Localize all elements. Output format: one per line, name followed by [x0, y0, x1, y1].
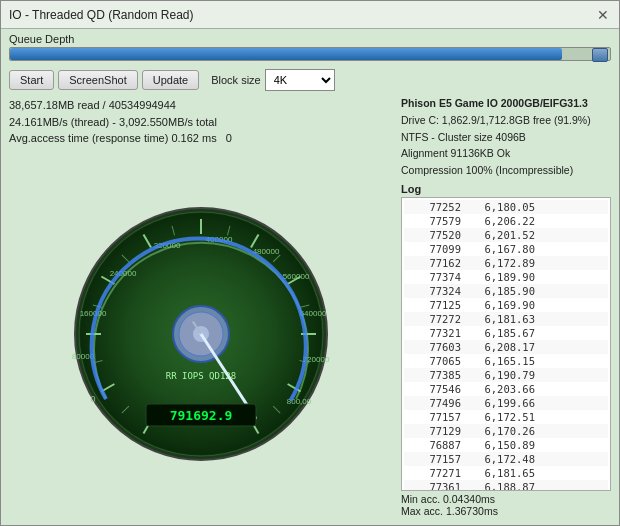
title-bar: IO - Threaded QD (Random Read) ✕ — [1, 1, 619, 29]
svg-text:791692.9: 791692.9 — [170, 408, 233, 423]
block-size-select[interactable]: 4K 512B 1K 2K 8K 16K 32K 64K 128K 256K 5… — [265, 69, 335, 91]
log-footer: Min acc. 0.04340ms Max acc. 1.36730ms — [401, 491, 611, 517]
gauge-wrapper: 0 80000 160000 240000 320000 400000 4800… — [71, 204, 331, 464]
svg-text:560000: 560000 — [283, 272, 310, 281]
log-row: 772716,181.65 — [404, 466, 608, 480]
queue-depth-section: Queue Depth — [1, 29, 619, 65]
svg-text:0: 0 — [90, 394, 95, 404]
log-row: 772526,180.05 — [404, 200, 608, 214]
start-button[interactable]: Start — [9, 70, 54, 90]
log-row: 771576,172.51 — [404, 410, 608, 424]
min-acc: Min acc. 0.04340ms — [401, 493, 611, 505]
log-row: 773246,185.90 — [404, 284, 608, 298]
log-row: 770996,167.80 — [404, 242, 608, 256]
drive-info: Phison E5 Game IO 2000GB/EIFG31.3 Drive … — [401, 95, 611, 179]
slider-fill — [10, 48, 562, 60]
log-row: 774966,199.66 — [404, 396, 608, 410]
update-button[interactable]: Update — [142, 70, 199, 90]
close-button[interactable]: ✕ — [595, 7, 611, 23]
right-panel: Phison E5 Game IO 2000GB/EIFG31.3 Drive … — [401, 95, 611, 517]
log-row: 771576,172.48 — [404, 452, 608, 466]
stat-line1: 38,657.18MB read / 40534994944 — [9, 97, 393, 114]
window-title: IO - Threaded QD (Random Read) — [9, 8, 194, 22]
svg-text:RR IOPS QD128: RR IOPS QD128 — [166, 371, 236, 381]
slider-thumb — [592, 48, 608, 62]
svg-text:160000: 160000 — [80, 309, 107, 318]
log-row: 775796,206.22 — [404, 214, 608, 228]
toolbar: Start ScreenShot Update Block size 4K 51… — [1, 65, 619, 95]
queue-depth-label: Queue Depth — [9, 33, 611, 45]
drive-line4: Compression 100% (Incompressible) — [401, 162, 611, 179]
stat-line3: Avg.access time (response time) 0.162 ms… — [9, 130, 393, 147]
log-row: 775206,201.52 — [404, 228, 608, 242]
main-content: 38,657.18MB read / 40534994944 24.161MB/… — [1, 95, 619, 525]
log-label: Log — [401, 183, 611, 195]
log-row: 775466,203.66 — [404, 382, 608, 396]
queue-depth-slider[interactable] — [9, 47, 611, 61]
log-row: 771296,170.26 — [404, 424, 608, 438]
log-row: 770656,165.15 — [404, 354, 608, 368]
drive-line3: Alignment 91136KB Ok — [401, 145, 611, 162]
stat-line2: 24.161MB/s (thread) - 3,092.550MB/s tota… — [9, 114, 393, 131]
left-panel: 38,657.18MB read / 40534994944 24.161MB/… — [9, 95, 393, 517]
main-window: IO - Threaded QD (Random Read) ✕ Queue D… — [0, 0, 620, 526]
drive-line1: Drive C: 1,862.9/1,712.8GB free (91.9%) — [401, 112, 611, 129]
log-row: 772726,181.63 — [404, 312, 608, 326]
gauge-container: 0 80000 160000 240000 320000 400000 4800… — [9, 151, 393, 518]
drive-title: Phison E5 Game IO 2000GB/EIFG31.3 — [401, 95, 611, 112]
log-row: 773856,190.79 — [404, 368, 608, 382]
max-acc: Max acc. 1.36730ms — [401, 505, 611, 517]
block-size-label: Block size — [211, 74, 261, 86]
drive-line2: NTFS - Cluster size 4096B — [401, 129, 611, 146]
screenshot-button[interactable]: ScreenShot — [58, 70, 137, 90]
log-row: 771256,169.90 — [404, 298, 608, 312]
log-row: 776036,208.17 — [404, 340, 608, 354]
gauge-svg: 0 80000 160000 240000 320000 400000 4800… — [71, 204, 331, 464]
log-row: 773616,188.87 — [404, 480, 608, 491]
log-row: 773746,189.90 — [404, 270, 608, 284]
log-area[interactable]: 772526,180.05775796,206.22775206,201.527… — [401, 197, 611, 491]
log-row: 771626,172.89 — [404, 256, 608, 270]
log-row: 773216,185.67 — [404, 326, 608, 340]
log-row: 768876,150.89 — [404, 438, 608, 452]
stats-area: 38,657.18MB read / 40534994944 24.161MB/… — [9, 95, 393, 151]
